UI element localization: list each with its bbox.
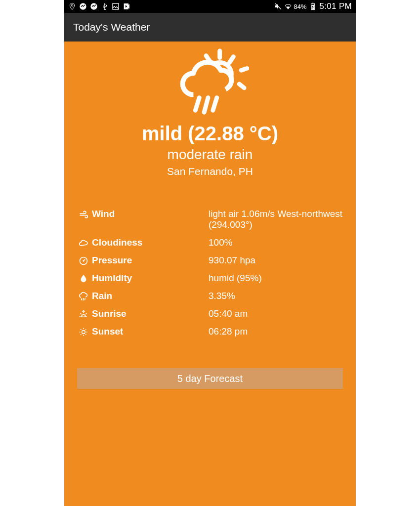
svg-line-21: [85, 298, 85, 300]
status-right: 84% 5:01 PM: [274, 1, 352, 11]
detail-label: Sunrise: [90, 308, 209, 319]
svg-line-8: [230, 57, 234, 63]
hero-section: mild (22.88 °C) moderate rain San Fernan…: [64, 48, 356, 177]
detail-value: 100%: [209, 237, 343, 248]
detail-label: Wind: [90, 209, 209, 219]
detail-row-humidity: % Humidity humid (95%): [77, 269, 343, 287]
detail-value: light air 1.06m/s West-northwest (294.00…: [209, 209, 343, 230]
svg-line-33: [81, 334, 82, 335]
clock: 5:01 PM: [320, 1, 352, 11]
temperature-line: mild (22.88 °C): [64, 123, 356, 145]
location-icon: [68, 2, 76, 10]
app-title: Today's Weather: [73, 21, 150, 33]
detail-label: Humidity: [90, 273, 209, 284]
playstore-icon: [123, 2, 130, 10]
svg-rect-2: [113, 3, 119, 9]
weather-rain-sun-icon: [64, 48, 356, 120]
usb-icon: [101, 2, 109, 10]
status-bar: 84% 5:01 PM: [64, 0, 356, 13]
svg-rect-5: [312, 3, 313, 3]
humidity-icon: %: [77, 273, 90, 284]
battery-icon: [309, 2, 317, 10]
messenger-icon: [79, 2, 87, 10]
detail-row-rain: Rain 3.35%: [77, 287, 343, 305]
svg-point-26: [82, 331, 85, 334]
weather-content: mild (22.88 °C) moderate rain San Fernan…: [64, 42, 356, 506]
svg-line-20: [83, 298, 84, 300]
details-section: Wind light air 1.06m/s West-northwest (2…: [64, 205, 356, 340]
detail-label: Cloudiness: [90, 237, 209, 248]
detail-label: Rain: [90, 291, 209, 301]
svg-line-13: [195, 98, 199, 111]
phone-frame: 84% 5:01 PM Today's Weather: [64, 0, 356, 506]
battery-percent: 84%: [294, 3, 307, 10]
svg-line-32: [85, 334, 86, 335]
svg-point-17: [83, 260, 84, 262]
detail-label: Pressure: [90, 255, 209, 266]
svg-text:%: %: [82, 278, 85, 281]
status-left: [68, 2, 130, 10]
detail-row-sunrise: Sunrise 05:40 am: [77, 305, 343, 323]
detail-row-pressure: Pressure 930.07 hpa: [77, 252, 343, 269]
pressure-icon: [77, 255, 90, 266]
location-line: San Fernando, PH: [64, 166, 356, 177]
svg-line-9: [241, 68, 247, 70]
svg-line-19: [82, 298, 82, 300]
svg-line-14: [204, 98, 208, 113]
detail-row-sunset: Sunset 06:28 pm: [77, 323, 343, 340]
svg-line-25: [85, 313, 87, 314]
sunset-icon: [77, 326, 90, 337]
detail-row-wind: Wind light air 1.06m/s West-northwest (2…: [77, 205, 343, 234]
forecast-button-container: 5 day Forecast: [64, 368, 356, 389]
rain-icon: [77, 291, 90, 301]
app-bar: Today's Weather: [64, 13, 356, 42]
svg-line-24: [80, 313, 82, 314]
detail-value: 06:28 pm: [209, 326, 343, 337]
wind-icon: [77, 209, 90, 219]
svg-line-15: [213, 98, 217, 111]
condition-line: moderate rain: [64, 147, 356, 163]
detail-value: 05:40 am: [209, 308, 343, 319]
svg-line-31: [81, 329, 82, 330]
detail-value: humid (95%): [209, 273, 343, 284]
cloud-icon: [77, 237, 90, 248]
detail-row-cloudiness: Cloudiness 100%: [77, 234, 343, 252]
svg-line-34: [85, 329, 86, 330]
image-icon: [112, 2, 120, 10]
detail-value: 930.07 hpa: [209, 255, 343, 266]
wifi-icon: [284, 2, 292, 10]
detail-value: 3.35%: [209, 291, 343, 301]
detail-label: Sunset: [90, 326, 209, 337]
svg-line-10: [239, 84, 244, 88]
forecast-button[interactable]: 5 day Forecast: [77, 368, 343, 389]
messenger-icon: [90, 2, 98, 10]
mute-icon: [274, 2, 282, 10]
sunrise-icon: [77, 308, 90, 319]
